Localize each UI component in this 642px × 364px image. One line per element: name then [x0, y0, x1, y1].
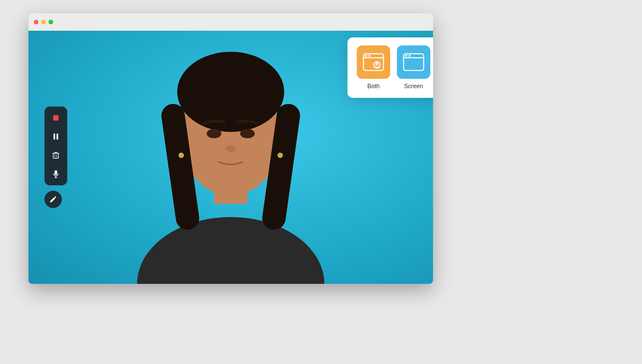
- svg-point-9: [179, 153, 184, 158]
- both-icon: [363, 53, 384, 71]
- delete-button[interactable]: [47, 147, 65, 164]
- minimize-button[interactable]: [41, 20, 46, 24]
- draw-button[interactable]: [44, 191, 62, 208]
- title-bar: [28, 13, 433, 31]
- screen-label: Screen: [404, 83, 423, 90]
- both-option[interactable]: Both: [357, 45, 390, 90]
- screen-icon-box: [397, 45, 430, 79]
- svg-point-19: [365, 55, 367, 57]
- svg-point-25: [405, 55, 407, 57]
- app-window: Both Screen: [28, 13, 433, 284]
- screen-icon: [403, 53, 424, 71]
- svg-point-10: [278, 153, 283, 158]
- svg-rect-14: [55, 170, 57, 175]
- svg-point-8: [225, 145, 236, 152]
- close-button[interactable]: [34, 20, 38, 24]
- video-area: Both Screen: [28, 31, 433, 284]
- screen-option[interactable]: Screen: [397, 45, 430, 90]
- pause-icon: [54, 134, 58, 140]
- person-figure: [114, 31, 348, 284]
- svg-point-7: [240, 129, 255, 138]
- paintbrush-icon: [49, 195, 57, 203]
- recording-mode-popup: Both Screen: [347, 37, 433, 98]
- svg-point-3: [177, 52, 284, 132]
- svg-point-26: [409, 55, 411, 57]
- pause-button[interactable]: [47, 128, 65, 145]
- record-stop-button[interactable]: [47, 109, 65, 127]
- both-icon-box: [357, 45, 390, 79]
- mic-button[interactable]: [47, 165, 65, 183]
- svg-point-0: [137, 217, 324, 284]
- both-label: Both: [367, 83, 380, 90]
- trash-icon: [52, 152, 59, 159]
- stop-icon: [53, 115, 59, 121]
- svg-point-22: [376, 62, 378, 65]
- svg-point-6: [207, 129, 221, 138]
- svg-rect-11: [53, 153, 59, 158]
- main-controls: [44, 107, 67, 185]
- svg-point-20: [368, 55, 370, 57]
- maximize-button[interactable]: [48, 20, 53, 24]
- mic-icon: [53, 170, 59, 178]
- control-bar: [44, 107, 67, 208]
